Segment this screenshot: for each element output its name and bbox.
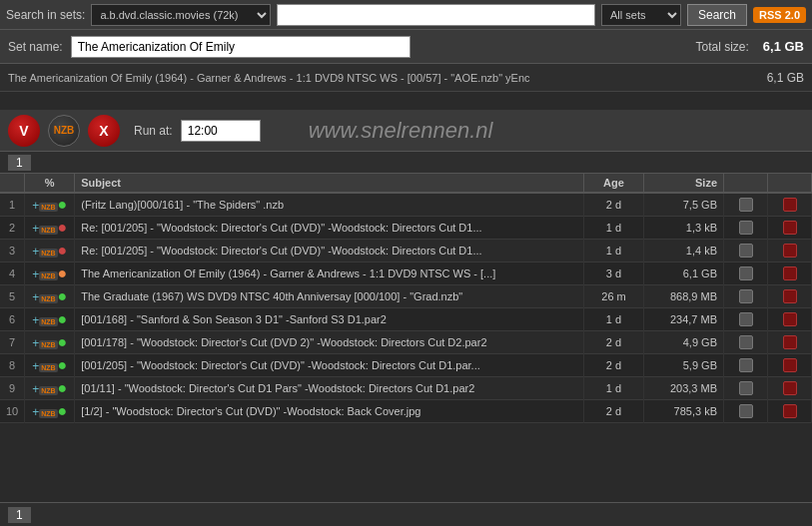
nzb-icon[interactable]: NZB — [39, 271, 57, 280]
download-icon[interactable] — [739, 289, 753, 303]
plus-icon[interactable]: + — [32, 359, 39, 373]
search-input[interactable] — [277, 4, 595, 26]
plus-icon[interactable]: + — [32, 336, 39, 350]
row-number: 1 — [0, 193, 25, 217]
table-header-row: % Subject Age Size — [0, 174, 812, 193]
row-subject[interactable]: (Fritz Lang)[000/161] - "The Spiders" .n… — [75, 193, 584, 217]
pin-icon[interactable] — [783, 289, 797, 303]
row-subject[interactable]: [01/11] - "Woodstock: Director's Cut D1 … — [75, 377, 584, 400]
pin-icon[interactable] — [783, 312, 797, 326]
col-age: Age — [584, 174, 644, 193]
download-icon[interactable] — [739, 244, 753, 258]
page-bottom-number[interactable]: 1 — [8, 507, 31, 523]
pin-icon[interactable] — [783, 221, 797, 235]
row-subject[interactable]: Re: [001/205] - "Woodstock: Director's C… — [75, 240, 584, 263]
status-dot: ● — [58, 242, 68, 259]
row-subject[interactable]: The Graduate (1967) WS DVD9 NTSC 40th An… — [75, 285, 584, 308]
set-name-input[interactable] — [71, 36, 410, 58]
pin-icon[interactable] — [783, 358, 797, 372]
nzb-icon[interactable]: NZB — [39, 386, 57, 395]
run-at-input[interactable] — [181, 120, 261, 142]
row-number: 5 — [0, 285, 25, 308]
page-bottom-row: 1 — [0, 502, 812, 526]
table-row: 6+NZB●[001/168] - "Sanford & Son Season … — [0, 308, 812, 331]
download-icon[interactable] — [739, 266, 753, 280]
row-number: 10 — [0, 400, 25, 423]
download-icon[interactable] — [739, 312, 753, 326]
pin-icon[interactable] — [783, 198, 797, 212]
status-dot: ● — [58, 333, 68, 350]
download-icon[interactable] — [739, 358, 753, 372]
nzb-icon[interactable]: NZB — [39, 249, 57, 258]
row-action-pin — [768, 193, 812, 217]
plus-icon[interactable]: + — [32, 382, 39, 396]
download-icon[interactable] — [739, 198, 753, 212]
row-icons: +NZB● — [25, 331, 75, 354]
row-action-pin — [768, 217, 812, 240]
row-action-download — [724, 193, 768, 217]
results-table-container: % Subject Age Size 1+NZB●(Fritz Lang)[00… — [0, 174, 812, 502]
download-icon[interactable] — [739, 404, 753, 418]
nzb-icon[interactable]: NZB — [39, 363, 57, 372]
row-age: 3 d — [584, 263, 644, 285]
pin-icon[interactable] — [783, 381, 797, 395]
download-icon[interactable] — [739, 221, 753, 235]
search-button[interactable]: Search — [687, 4, 747, 26]
plus-icon[interactable]: + — [32, 199, 39, 213]
row-subject[interactable]: [1/2] - "Woodstock: Director's Cut (DVD)… — [75, 400, 584, 423]
plus-icon[interactable]: + — [32, 313, 39, 327]
row-subject[interactable]: [001/168] - "Sanford & Son Season 3 D1" … — [75, 308, 584, 331]
x-button[interactable]: X — [88, 115, 120, 147]
nzb-icon[interactable]: NZB — [39, 294, 57, 303]
nzb-icon[interactable]: NZB — [39, 409, 57, 418]
nzb-icon[interactable]: NZB — [39, 203, 57, 212]
row-size: 1,3 kB — [644, 217, 724, 240]
row-subject[interactable]: [001/178] - "Woodstock: Director's Cut (… — [75, 331, 584, 354]
download-icon[interactable] — [739, 381, 753, 395]
pin-icon[interactable] — [783, 404, 797, 418]
status-dot: ● — [58, 402, 68, 419]
plus-icon[interactable]: + — [32, 267, 39, 281]
row-subject[interactable]: The Americanization Of Emily (1964) - Ga… — [75, 263, 584, 285]
search-sets-dropdown[interactable]: a.b.dvd.classic.movies (72k) — [91, 4, 271, 26]
row-action-download — [724, 354, 768, 377]
row-age: 1 d — [584, 308, 644, 331]
rss-badge: RSS 2.0 — [753, 7, 806, 23]
row-action-pin — [768, 331, 812, 354]
all-sets-dropdown[interactable]: All sets — [601, 4, 681, 26]
nzb-icon[interactable]: NZB — [39, 226, 57, 235]
row-number: 2 — [0, 217, 25, 240]
row-action-download — [724, 217, 768, 240]
row-subject[interactable]: Re: [001/205] - "Woodstock: Director's C… — [75, 217, 584, 240]
download-icon[interactable] — [739, 335, 753, 349]
col-action2 — [768, 174, 812, 193]
pin-icon[interactable] — [783, 335, 797, 349]
nzb-icon[interactable]: NZB — [39, 340, 57, 349]
col-subject: Subject — [75, 174, 584, 193]
nzb-button[interactable]: NZB — [48, 115, 80, 147]
plus-icon[interactable]: + — [32, 222, 39, 236]
row-size: 4,9 GB — [644, 331, 724, 354]
row-action-pin — [768, 354, 812, 377]
v-button[interactable]: V — [8, 115, 40, 147]
pin-icon[interactable] — [783, 244, 797, 258]
row-icons: +NZB● — [25, 354, 75, 377]
plus-icon[interactable]: + — [32, 245, 39, 259]
row-icons: +NZB● — [25, 263, 75, 285]
total-size-label: Total size: — [695, 40, 748, 54]
status-dot: ● — [58, 287, 68, 304]
row-size: 785,3 kB — [644, 400, 724, 423]
table-row: 4+NZB●The Americanization Of Emily (1964… — [0, 263, 812, 285]
row-action-download — [724, 400, 768, 423]
row-subject[interactable]: [001/205] - "Woodstock: Director's Cut (… — [75, 354, 584, 377]
set-name-label: Set name: — [8, 40, 63, 54]
table-row: 5+NZB●The Graduate (1967) WS DVD9 NTSC 4… — [0, 285, 812, 308]
row-action-pin — [768, 308, 812, 331]
pin-icon[interactable] — [783, 266, 797, 280]
plus-icon[interactable]: + — [32, 405, 39, 419]
row-age: 2 d — [584, 331, 644, 354]
nzb-icon[interactable]: NZB — [39, 317, 57, 326]
plus-icon[interactable]: + — [32, 290, 39, 304]
page-top-number[interactable]: 1 — [8, 155, 31, 171]
row-age: 2 d — [584, 354, 644, 377]
